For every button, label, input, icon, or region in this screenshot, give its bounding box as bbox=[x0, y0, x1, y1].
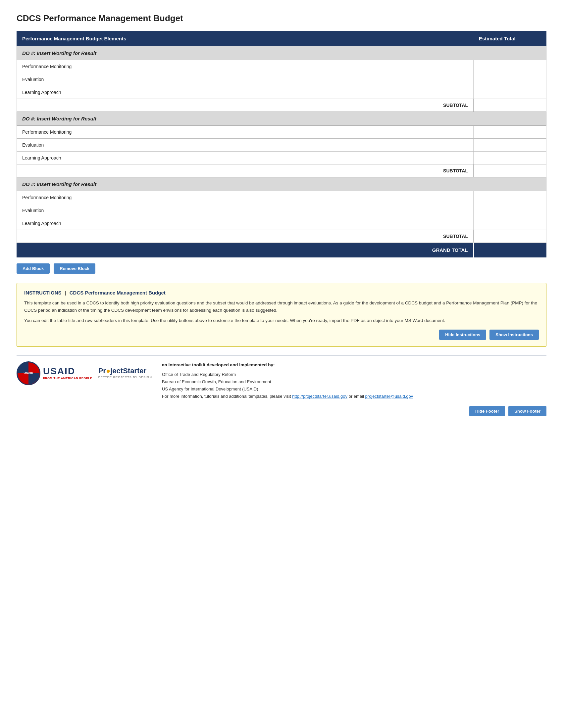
action-buttons: Add Block Remove Block bbox=[17, 263, 546, 274]
footer-info: an interactive toolkit developed and imp… bbox=[162, 361, 546, 400]
usaid-logo: USAID USAID FROM THE AMERICAN PEOPLE bbox=[17, 361, 92, 385]
svg-text:USAID: USAID bbox=[23, 371, 33, 375]
row-value[interactable] bbox=[474, 191, 546, 204]
subtotal-value bbox=[474, 99, 546, 112]
budget-table: Performance Management Budget Elements E… bbox=[17, 31, 546, 257]
instructions-pipe: | bbox=[64, 290, 68, 296]
instructions-para1: This template can be used in a CDCS to i… bbox=[24, 299, 539, 314]
row-label[interactable]: Evaluation bbox=[17, 73, 474, 86]
grand-total-label: GRAND TOTAL bbox=[17, 243, 474, 257]
table-row: Performance Monitoring bbox=[17, 126, 546, 139]
footer-logos: USAID USAID FROM THE AMERICAN PEOPLE Pr●… bbox=[17, 361, 152, 385]
ps-tagline: BETTER PROJECTS BY DESIGN bbox=[98, 376, 152, 379]
grand-total-row: GRAND TOTAL bbox=[17, 243, 546, 257]
footer-org3: US Agency for International Development … bbox=[162, 387, 258, 391]
instructions-title-text: CDCS Performance Management Budget bbox=[70, 290, 165, 296]
footer-buttons: Hide Footer Show Footer bbox=[17, 406, 546, 416]
footer-email[interactable]: projectstarter@usaid.gov bbox=[365, 394, 413, 399]
hide-instructions-button[interactable]: Hide Instructions bbox=[439, 330, 486, 340]
block-header-row: DO #: Insert Wording for Result bbox=[17, 46, 546, 60]
footer-orgs: Office of Trade and Regulatory Reform Bu… bbox=[162, 371, 546, 393]
instructions-title: INSTRUCTIONS | CDCS Performance Manageme… bbox=[24, 290, 539, 296]
usaid-text-block: USAID FROM THE AMERICAN PEOPLE bbox=[43, 367, 92, 380]
usaid-subtitle: FROM THE AMERICAN PEOPLE bbox=[43, 377, 92, 380]
subtotal-label: SUBTOTAL bbox=[17, 164, 474, 177]
footer-or-email-text: or email bbox=[349, 394, 364, 399]
block-header-row: DO #: Insert Wording for Result bbox=[17, 112, 546, 126]
row-value[interactable] bbox=[474, 86, 546, 99]
instructions-buttons: Hide Instructions Show Instructions bbox=[24, 330, 539, 340]
row-label[interactable]: Learning Approach bbox=[17, 217, 474, 230]
usaid-emblem-svg: USAID bbox=[17, 361, 40, 385]
footer-content: USAID USAID FROM THE AMERICAN PEOPLE Pr●… bbox=[17, 361, 546, 400]
row-label[interactable]: Learning Approach bbox=[17, 152, 474, 164]
table-row: Evaluation bbox=[17, 139, 546, 152]
row-value[interactable] bbox=[474, 217, 546, 230]
show-instructions-button[interactable]: Show Instructions bbox=[490, 330, 539, 340]
col1-header: Performance Management Budget Elements bbox=[17, 31, 474, 46]
usaid-name: USAID bbox=[43, 367, 75, 376]
subtotal-value bbox=[474, 230, 546, 243]
project-starter-logo: Pr●jectStarter BETTER PROJECTS BY DESIGN bbox=[98, 367, 152, 379]
ps-name-part1: Pr bbox=[98, 367, 106, 375]
col2-header: Estimated Total bbox=[474, 31, 546, 46]
grand-total-value bbox=[474, 243, 546, 257]
block-header-cell[interactable]: DO #: Insert Wording for Result bbox=[17, 177, 546, 191]
row-label[interactable]: Performance Monitoring bbox=[17, 126, 474, 139]
table-row: Performance Monitoring bbox=[17, 191, 546, 204]
row-value[interactable] bbox=[474, 139, 546, 152]
instructions-box: INSTRUCTIONS | CDCS Performance Manageme… bbox=[17, 283, 546, 347]
instructions-para2: You can edit the table title and row sub… bbox=[24, 317, 539, 324]
ps-name: Pr●jectStarter bbox=[98, 367, 146, 375]
add-block-button[interactable]: Add Block bbox=[17, 263, 50, 274]
block-header-cell[interactable]: DO #: Insert Wording for Result bbox=[17, 46, 546, 60]
row-label[interactable]: Learning Approach bbox=[17, 86, 474, 99]
hide-footer-button[interactable]: Hide Footer bbox=[469, 406, 505, 416]
remove-block-button[interactable]: Remove Block bbox=[54, 263, 95, 274]
row-label[interactable]: Performance Monitoring bbox=[17, 191, 474, 204]
row-value[interactable] bbox=[474, 73, 546, 86]
table-row: Performance Monitoring bbox=[17, 60, 546, 73]
subtotal-row: SUBTOTAL bbox=[17, 230, 546, 243]
table-row: Learning Approach bbox=[17, 217, 546, 230]
instructions-label: INSTRUCTIONS bbox=[24, 290, 62, 296]
subtotal-row: SUBTOTAL bbox=[17, 99, 546, 112]
footer-area: USAID USAID FROM THE AMERICAN PEOPLE Pr●… bbox=[17, 355, 546, 416]
usaid-circle-icon: USAID bbox=[17, 361, 40, 385]
row-value[interactable] bbox=[474, 60, 546, 73]
subtotal-label: SUBTOTAL bbox=[17, 230, 474, 243]
table-row: Evaluation bbox=[17, 73, 546, 86]
subtotal-label: SUBTOTAL bbox=[17, 99, 474, 112]
subtotal-row: SUBTOTAL bbox=[17, 164, 546, 177]
table-row: Learning Approach bbox=[17, 152, 546, 164]
ps-dot: ● bbox=[106, 367, 110, 375]
footer-url[interactable]: http://projectstarter.usaid.gov bbox=[292, 394, 348, 399]
row-label[interactable]: Evaluation bbox=[17, 204, 474, 217]
row-label[interactable]: Evaluation bbox=[17, 139, 474, 152]
footer-more-info: For more information, tutorials and addi… bbox=[162, 393, 546, 400]
row-value[interactable] bbox=[474, 204, 546, 217]
block-header-row: DO #: Insert Wording for Result bbox=[17, 177, 546, 191]
ps-name-part2: jectStarter bbox=[110, 367, 146, 375]
page-title: CDCS Performance Management Budget bbox=[17, 13, 546, 23]
footer-more-info-text: For more information, tutorials and addi… bbox=[162, 394, 291, 399]
footer-developed-by: an interactive toolkit developed and imp… bbox=[162, 361, 546, 369]
footer-org2: Bureau of Economic Growth, Education and… bbox=[162, 379, 271, 384]
subtotal-value bbox=[474, 164, 546, 177]
show-footer-button[interactable]: Show Footer bbox=[508, 406, 546, 416]
table-row: Evaluation bbox=[17, 204, 546, 217]
row-label[interactable]: Performance Monitoring bbox=[17, 60, 474, 73]
table-row: Learning Approach bbox=[17, 86, 546, 99]
row-value[interactable] bbox=[474, 152, 546, 164]
footer-org1: Office of Trade and Regulatory Reform bbox=[162, 372, 236, 377]
row-value[interactable] bbox=[474, 126, 546, 139]
block-header-cell[interactable]: DO #: Insert Wording for Result bbox=[17, 112, 546, 126]
